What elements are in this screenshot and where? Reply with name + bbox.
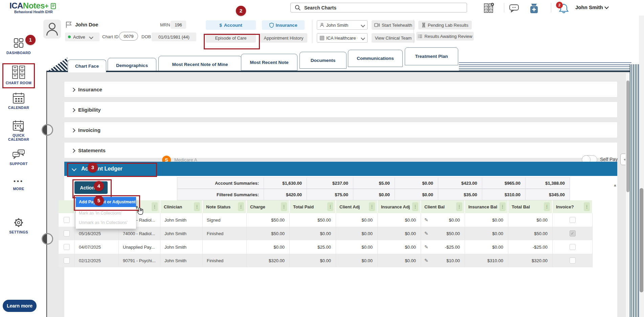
appointment-history-button[interactable]: Appointment History	[260, 33, 307, 43]
cell-value: $320.00	[269, 258, 285, 263]
flag-icon[interactable]	[65, 21, 73, 28]
stacked-pages-right-edge	[630, 64, 639, 317]
pending-lab-results-button[interactable]: Pending Lab Results	[418, 21, 472, 29]
column-menu-icon[interactable]: ⋮	[152, 202, 158, 211]
logo-text-notes: Notes	[23, 1, 45, 10]
chart-id-label: Chart ID	[102, 34, 118, 39]
tab-chart-face[interactable]: Chart Face	[68, 60, 106, 72]
edit-pencil-icon[interactable]: ✎	[424, 244, 428, 250]
sidebar-item-calendar[interactable]: CALENDAR	[0, 92, 37, 110]
table-header-clinician[interactable]: Clinician⋮	[160, 200, 203, 213]
tab-communications[interactable]: Communications	[348, 50, 403, 67]
scrollbar-thumb[interactable]	[626, 81, 629, 192]
cell-value: -$25.00	[445, 245, 460, 250]
sidebar-item-more[interactable]: •••MORE	[0, 177, 37, 191]
table-header-note_status[interactable]: Note Status⋮	[203, 200, 247, 213]
edit-pencil-icon[interactable]: ✎	[424, 231, 428, 236]
column-menu-icon[interactable]: ⋮	[584, 202, 590, 211]
table-header-check[interactable]	[59, 200, 75, 213]
accordion-invoicing[interactable]: Invoicing	[64, 122, 617, 138]
learn-more-button[interactable]: Learn more	[3, 300, 37, 312]
page-scrollbar[interactable]	[625, 73, 630, 317]
account-button[interactable]: $Account	[206, 20, 256, 30]
chart-id-input[interactable]	[119, 32, 138, 41]
row-checkbox[interactable]	[64, 217, 70, 223]
accordion-eligibility[interactable]: Eligibility	[64, 102, 617, 117]
table-header-insurance_bal[interactable]: Insurance Bal⋮	[465, 200, 508, 213]
start-telehealth-button[interactable]: Start Telehealth	[372, 20, 415, 30]
row-checkbox[interactable]	[64, 257, 70, 264]
table-header-client_bal[interactable]: Client Bal⋮	[421, 200, 465, 213]
column-menu-icon[interactable]: ⋮	[412, 202, 418, 211]
edit-pencil-icon[interactable]: ✎	[424, 258, 428, 263]
user-menu[interactable]: John Smith	[575, 4, 608, 10]
menu-item-add-payment-or-adjustment[interactable]: Add Payment or Adjustment	[76, 197, 136, 207]
column-menu-icon[interactable]: ⋮	[499, 202, 506, 211]
invoice-checkbox[interactable]	[570, 217, 576, 223]
pharmacy-icon[interactable]	[529, 3, 539, 14]
sidebar-item-support[interactable]: SUPPORT	[0, 149, 37, 166]
table-header-insurance_adj[interactable]: Insurance Adj⋮	[378, 200, 421, 213]
chevron-right-icon	[72, 86, 78, 92]
person-icon	[43, 20, 61, 39]
sidebar-item-chart-room[interactable]: CHART ROOM	[0, 65, 37, 85]
tab-documents[interactable]: Documents	[299, 52, 347, 69]
messages-icon[interactable]	[509, 4, 520, 13]
search-input[interactable]	[304, 5, 467, 11]
app-logo[interactable]: ICANotes+	[9, 1, 57, 10]
row-checkbox[interactable]	[64, 244, 70, 250]
table-cell-invoice[interactable]: ✓	[553, 227, 593, 240]
office-select[interactable]: ICA Healthcare Offi	[317, 33, 368, 43]
column-menu-icon[interactable]: ⋮	[327, 202, 333, 211]
window-scrollbar-thumb[interactable]	[640, 188, 643, 292]
table-header-total_bal[interactable]: Total Bal⋮	[508, 200, 553, 213]
episode-of-care-button[interactable]: Episode of Care	[206, 33, 256, 43]
table-cell-check[interactable]	[59, 213, 75, 227]
row-checkbox[interactable]	[64, 230, 70, 236]
sidebar-item-settings[interactable]: SETTINGS	[0, 217, 37, 234]
cell-value: $0.00	[273, 245, 285, 250]
invoice-checkbox[interactable]	[570, 244, 576, 250]
column-label: Total Paid	[290, 204, 327, 209]
column-menu-icon[interactable]: ⋮	[544, 202, 550, 211]
column-menu-icon[interactable]: ⋮	[456, 202, 462, 211]
status-select[interactable]: Active	[65, 32, 99, 41]
tab-most-recent-note[interactable]: Most Recent Note	[241, 54, 297, 71]
table-cell-invoice[interactable]	[553, 240, 593, 254]
scroll-up-arrow[interactable]: ▲	[613, 183, 617, 187]
column-menu-icon[interactable]: ⋮	[281, 202, 287, 211]
window-scrollbar[interactable]	[639, 16, 644, 317]
column-menu-icon[interactable]: ⋮	[369, 202, 375, 211]
table-header-total_paid[interactable]: Total Paid⋮	[290, 200, 336, 213]
view-clinical-team-button[interactable]: View Clinical Team	[372, 33, 415, 43]
accordion-statements[interactable]: Statements	[64, 142, 617, 158]
invoice-checkbox[interactable]: ✓	[570, 230, 576, 236]
provider-select[interactable]: John Smith	[317, 20, 368, 30]
table-header-client_adj[interactable]: Client Adj⋮	[336, 200, 378, 213]
table-cell-invoice[interactable]	[553, 254, 593, 267]
sidebar-item-quick-calendar[interactable]: QUICK CALENDAR	[0, 120, 37, 141]
cell-value: $0.00	[492, 245, 503, 250]
insurance-button[interactable]: Insurance	[262, 20, 305, 30]
search-charts-box[interactable]	[290, 3, 467, 13]
results-awaiting-review-button[interactable]: Results Awaiting Review	[416, 32, 474, 41]
accordion-insurance[interactable]: Insurance	[64, 82, 617, 97]
table-cell-total_bal: -$25.00	[508, 240, 553, 254]
table-cell-invoice[interactable]	[553, 213, 593, 227]
tab-most-recent-note-of-mine[interactable]: Most Recent Note of Mine	[158, 56, 242, 73]
table-cell-check[interactable]	[59, 254, 75, 267]
chevron-right-icon	[72, 147, 78, 153]
table-cell-check[interactable]	[59, 227, 75, 240]
menu-item-mark-in-collections[interactable]: Mark as 'In Collections'	[76, 209, 136, 217]
column-menu-icon[interactable]: ⋮	[238, 202, 244, 211]
column-menu-icon[interactable]: ⋮	[194, 202, 200, 211]
tab-treatment-plan[interactable]: Treatment Plan	[405, 47, 458, 65]
table-header-invoice[interactable]: Invoice?⋮	[553, 200, 593, 213]
edit-pencil-icon[interactable]: ✎	[424, 217, 428, 223]
account-ledger-header[interactable]: Account Ledger	[64, 162, 617, 176]
chart-cabinet-add-icon[interactable]	[483, 3, 494, 14]
invoice-checkbox[interactable]	[570, 257, 576, 264]
table-cell-check[interactable]	[59, 240, 75, 254]
menu-item-unmark-in-collections[interactable]: Unmark as 'In Collections'	[76, 219, 136, 227]
table-header-charge[interactable]: Charge⋮	[247, 200, 290, 213]
